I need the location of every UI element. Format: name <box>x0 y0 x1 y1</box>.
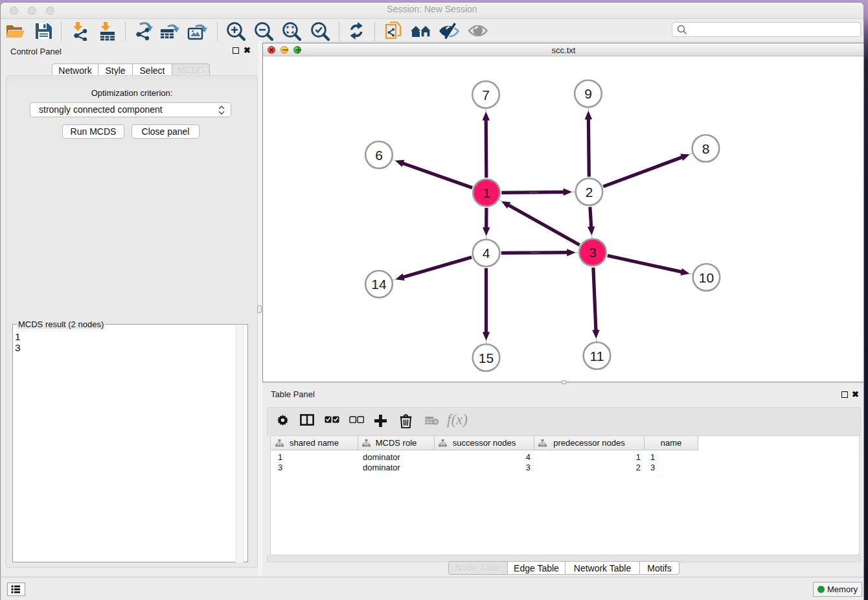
svg-text:7: 7 <box>482 87 490 102</box>
svg-text:3: 3 <box>589 245 597 260</box>
svg-text:1: 1 <box>483 185 490 200</box>
svg-text:8: 8 <box>702 141 710 156</box>
svg-text:4: 4 <box>483 246 490 260</box>
svg-text:9: 9 <box>584 86 592 101</box>
svg-text:11: 11 <box>590 349 604 363</box>
svg-text:6: 6 <box>375 148 383 163</box>
svg-text:14: 14 <box>371 277 387 292</box>
svg-text:15: 15 <box>479 351 494 365</box>
svg-text:10: 10 <box>699 270 714 285</box>
svg-text:2: 2 <box>586 185 593 200</box>
